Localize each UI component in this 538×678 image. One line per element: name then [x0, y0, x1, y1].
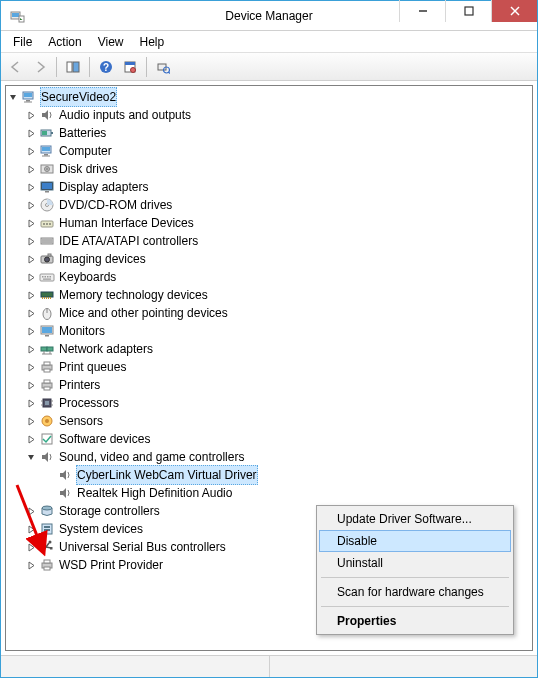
tree-item-label: Imaging devices: [58, 250, 147, 268]
tree-item-label: Monitors: [58, 322, 106, 340]
expand-icon[interactable]: [26, 290, 37, 301]
expand-icon[interactable]: [26, 362, 37, 373]
menu-file[interactable]: File: [5, 33, 40, 51]
tree-item-label: Keyboards: [58, 268, 117, 286]
forward-button[interactable]: [29, 56, 51, 78]
expand-icon[interactable]: [26, 182, 37, 193]
tree-row[interactable]: Realtek High Definition Audio: [44, 484, 530, 502]
expand-icon[interactable]: [26, 164, 37, 175]
tree-row[interactable]: Batteries: [26, 124, 530, 142]
svg-rect-45: [48, 254, 51, 256]
tree-row[interactable]: Memory technology devices: [26, 286, 530, 304]
properties-button[interactable]: [119, 56, 141, 78]
tree-item-label: Disk drives: [58, 160, 119, 178]
expand-icon[interactable]: [26, 146, 37, 157]
expand-icon[interactable]: [26, 218, 37, 229]
svg-rect-2: [19, 16, 24, 22]
svg-rect-26: [44, 154, 48, 156]
context-menu-item[interactable]: Properties: [319, 610, 511, 632]
scan-hardware-button[interactable]: [152, 56, 174, 78]
tree-row[interactable]: Audio inputs and outputs: [26, 106, 530, 124]
tree-row[interactable]: Processors: [26, 394, 530, 412]
expand-icon[interactable]: [26, 110, 37, 121]
tree-row[interactable]: Network adapters: [26, 340, 530, 358]
tree-row[interactable]: Print queues: [26, 358, 530, 376]
tree-item-label: Realtek High Definition Audio: [76, 484, 233, 502]
tree-children: Audio inputs and outputsBatteriesCompute…: [8, 106, 530, 574]
context-menu: Update Driver Software...DisableUninstal…: [316, 505, 514, 635]
window-controls: [399, 1, 537, 30]
tree-node: CyberLink WebCam Virtual Driver: [44, 466, 530, 484]
tree-item-label: Processors: [58, 394, 120, 412]
tree-row[interactable]: Software devices: [26, 430, 530, 448]
context-menu-item[interactable]: Update Driver Software...: [319, 508, 511, 530]
tree-row[interactable]: Human Interface Devices: [26, 214, 530, 232]
tree-item-label: Memory technology devices: [58, 286, 209, 304]
expand-icon[interactable]: [26, 524, 37, 535]
menu-view[interactable]: View: [90, 33, 132, 51]
tree-node: Human Interface Devices: [26, 214, 530, 232]
maximize-button[interactable]: [445, 0, 491, 22]
toolbar: ?: [1, 53, 537, 81]
tree-row[interactable]: Imaging devices: [26, 250, 530, 268]
svg-rect-75: [45, 401, 49, 405]
tree-item-label: Sensors: [58, 412, 104, 430]
expand-icon[interactable]: [26, 308, 37, 319]
svg-rect-37: [43, 223, 45, 225]
menu-help[interactable]: Help: [132, 33, 173, 51]
tree-row[interactable]: CyberLink WebCam Virtual Driver: [44, 466, 530, 484]
context-menu-item[interactable]: Uninstall: [319, 552, 511, 574]
expand-icon[interactable]: [26, 272, 37, 283]
svg-rect-50: [50, 276, 52, 278]
tree-row[interactable]: Computer: [26, 142, 530, 160]
context-menu-item[interactable]: Disable: [319, 530, 511, 552]
expand-icon[interactable]: [26, 542, 37, 553]
expand-icon[interactable]: [26, 398, 37, 409]
expand-icon[interactable]: [26, 434, 37, 445]
tree-item-label: Print queues: [58, 358, 127, 376]
close-button[interactable]: [491, 0, 537, 22]
collapse-icon[interactable]: [26, 452, 37, 463]
collapse-icon[interactable]: [8, 92, 19, 103]
expand-icon[interactable]: [26, 128, 37, 139]
expand-icon[interactable]: [26, 416, 37, 427]
app-icon: [9, 8, 25, 24]
tree-row[interactable]: DVD/CD-ROM drives: [26, 196, 530, 214]
svg-rect-85: [44, 526, 50, 528]
network-icon: [39, 341, 55, 357]
tree-row[interactable]: Display adapters: [26, 178, 530, 196]
tree-row[interactable]: Sound, video and game controllers: [26, 448, 530, 466]
tree-node: Audio inputs and outputs: [26, 106, 530, 124]
svg-rect-4: [465, 7, 473, 15]
tree-item-label: Audio inputs and outputs: [58, 106, 192, 124]
tree-row[interactable]: IDE ATA/ATAPI controllers: [26, 232, 530, 250]
tree-row[interactable]: SecureVideo2: [8, 88, 530, 106]
tree-row[interactable]: Sensors: [26, 412, 530, 430]
tree-row[interactable]: Mice and other pointing devices: [26, 304, 530, 322]
svg-rect-22: [51, 132, 53, 134]
expand-icon[interactable]: [26, 560, 37, 571]
expand-icon[interactable]: [26, 200, 37, 211]
tree-row[interactable]: Monitors: [26, 322, 530, 340]
show-hide-console-button[interactable]: [62, 56, 84, 78]
expand-icon[interactable]: [26, 236, 37, 247]
tree-row[interactable]: Keyboards: [26, 268, 530, 286]
svg-rect-72: [44, 380, 50, 383]
back-button[interactable]: [5, 56, 27, 78]
svg-rect-33: [45, 191, 49, 193]
minimize-button[interactable]: [399, 0, 445, 22]
tree-row[interactable]: Disk drives: [26, 160, 530, 178]
printer-icon: [39, 377, 55, 393]
expand-icon[interactable]: [26, 344, 37, 355]
context-menu-item[interactable]: Scan for hardware changes: [319, 581, 511, 603]
toolbar-separator: [146, 57, 147, 77]
mouse-icon: [39, 305, 55, 321]
menu-action[interactable]: Action: [40, 33, 89, 51]
help-button[interactable]: ?: [95, 56, 117, 78]
expand-icon[interactable]: [26, 380, 37, 391]
expand-icon[interactable]: [26, 506, 37, 517]
tree-node: Computer: [26, 142, 530, 160]
expand-icon[interactable]: [26, 254, 37, 265]
expand-icon[interactable]: [26, 326, 37, 337]
tree-row[interactable]: Printers: [26, 376, 530, 394]
